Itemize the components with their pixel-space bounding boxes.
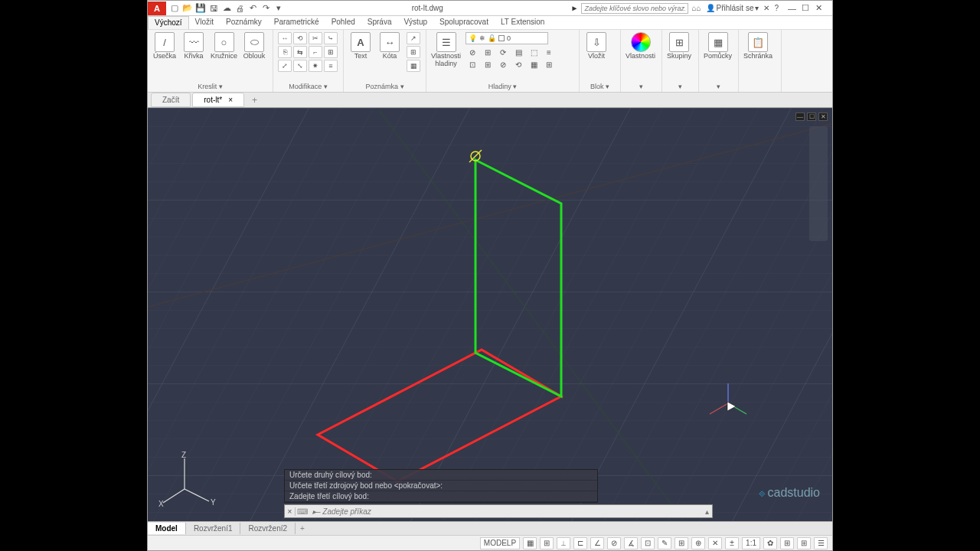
status-ortho-icon[interactable]: ⟂ xyxy=(557,537,570,549)
window-maximize-button[interactable]: ☐ xyxy=(802,3,814,13)
cmdline-recent-icon[interactable]: ▴ xyxy=(701,507,712,516)
qat-cloud-icon[interactable]: ☁ xyxy=(221,3,232,14)
offset-icon[interactable]: ≡ xyxy=(324,60,338,72)
panel-modify-title[interactable]: Modifikace ▾ xyxy=(278,81,338,92)
panel-draw-title[interactable]: Kreslit ▾ xyxy=(152,81,268,92)
mirror-icon[interactable]: ⇆ xyxy=(293,46,307,58)
infocenter-icon[interactable]: ⌂⌂ xyxy=(691,4,701,12)
array-icon[interactable]: ⊞ xyxy=(324,46,338,58)
signin-button[interactable]: 👤 Přihlásit se ▾ xyxy=(706,4,760,12)
ribbon-tab-output[interactable]: Výstup xyxy=(397,16,433,29)
layer-tool-icon[interactable]: ⬚ xyxy=(527,47,541,57)
copy-icon[interactable]: ⎘ xyxy=(278,46,292,58)
doc-tab-new-button[interactable]: + xyxy=(246,95,263,106)
ribbon-tab-home[interactable]: Výchozí xyxy=(148,16,189,29)
layer-tool-icon[interactable]: ▤ xyxy=(511,47,525,57)
scale-icon[interactable]: ⤡ xyxy=(293,60,307,72)
status-osnap-icon[interactable]: ⊘ xyxy=(607,537,621,549)
hatch-icon[interactable]: ▦ xyxy=(407,60,420,72)
line-button[interactable]: /Úsečka xyxy=(152,32,177,60)
status-customize-icon[interactable]: ☰ xyxy=(814,537,828,549)
circle-button[interactable]: ○Kružnice xyxy=(211,32,237,60)
qat-dropdown-icon[interactable]: ▾ xyxy=(273,3,284,14)
search-input[interactable] xyxy=(581,3,688,14)
layout-tab-2[interactable]: Rozvržení2 xyxy=(240,523,296,534)
status-grid-icon[interactable]: ▦ xyxy=(523,537,537,549)
fillet-icon[interactable]: ⌐ xyxy=(309,46,322,58)
ribbon-tab-view[interactable]: Pohled xyxy=(325,16,361,29)
status-units-icon[interactable]: ± xyxy=(725,537,739,549)
viewport-maximize-button[interactable]: ☐ xyxy=(807,112,816,121)
status-polar-icon[interactable]: ⊏ xyxy=(573,537,587,549)
layer-tool-icon[interactable]: ⊡ xyxy=(466,59,479,70)
layer-tool-icon[interactable]: ⊞ xyxy=(481,47,495,57)
exchange-icon[interactable]: ✕ xyxy=(763,4,769,12)
ribbon-tab-collab[interactable]: Spolupracovat xyxy=(433,16,495,29)
qat-new-icon[interactable]: ▢ xyxy=(169,3,180,14)
status-isodraft-icon[interactable]: ∠ xyxy=(590,537,604,549)
status-ui-lock-icon[interactable]: ⊞ xyxy=(780,537,794,549)
qat-plot-icon[interactable]: 🖨 xyxy=(234,3,245,14)
doc-tab-close-icon[interactable]: × xyxy=(228,96,233,104)
status-snap-icon[interactable]: ⊞ xyxy=(540,537,554,549)
layer-tool-icon[interactable]: ▦ xyxy=(527,59,541,70)
status-lwt-icon[interactable]: ⊡ xyxy=(641,537,655,549)
status-qprops-icon[interactable]: ✕ xyxy=(708,537,722,549)
text-button[interactable]: AText xyxy=(348,32,373,60)
panel-groups-title[interactable]: ▾ xyxy=(667,81,694,92)
qat-saveas-icon[interactable]: 🖫 xyxy=(208,3,219,14)
status-cycling-icon[interactable]: ⊞ xyxy=(675,537,688,549)
trim-icon[interactable]: ✂ xyxy=(309,32,322,44)
panel-anno-title[interactable]: Poznámka ▾ xyxy=(348,81,421,92)
cmdline-customize-icon[interactable]: ⌨ xyxy=(296,507,309,516)
qat-redo-icon[interactable]: ↷ xyxy=(260,3,271,14)
cmdline-close-icon[interactable]: × xyxy=(285,507,296,516)
groups-button[interactable]: ⊞Skupiny xyxy=(667,32,691,60)
doc-tab-start[interactable]: Začít xyxy=(151,93,191,107)
status-workspace-icon[interactable]: ✿ xyxy=(763,537,777,549)
layout-tab-model[interactable]: Model xyxy=(148,523,186,534)
cmdline-prompt[interactable]: ▸– Zadejte příkaz xyxy=(309,507,701,516)
extend-icon[interactable]: ⤷ xyxy=(324,32,338,44)
help-icon[interactable]: ? xyxy=(774,4,779,12)
qat-undo-icon[interactable]: ↶ xyxy=(247,3,258,14)
ribbon-tab-manage[interactable]: Správa xyxy=(361,16,398,29)
ribbon-tab-annotate[interactable]: Poznámky xyxy=(220,16,268,29)
qat-open-icon[interactable]: 📂 xyxy=(182,3,193,14)
insert-block-button[interactable]: ⇩Vložit xyxy=(584,32,609,60)
status-otrack-icon[interactable]: ∡ xyxy=(624,537,638,549)
layer-tool-icon[interactable]: ≡ xyxy=(542,47,556,57)
qat-save-icon[interactable]: 💾 xyxy=(195,3,206,14)
app-menu-button[interactable]: A xyxy=(148,2,166,15)
arc-button[interactable]: ⬭Oblouk xyxy=(242,32,266,60)
layout-tab-1[interactable]: Rozvržení1 xyxy=(186,523,241,534)
layer-props-button[interactable]: ☰Vlastnosti hladiny xyxy=(431,32,461,68)
doc-tab-current[interactable]: rot-lt*× xyxy=(192,93,244,107)
layout-tab-add-button[interactable]: + xyxy=(296,524,309,533)
drawing-canvas[interactable]: Z X Y — ☐ ✕ Určete druhý cílový bod: Urč… xyxy=(148,108,832,521)
ribbon-tab-parametric[interactable]: Parametrické xyxy=(268,16,325,29)
layer-dropdown[interactable]: 💡❄🔓0 xyxy=(466,32,548,44)
panel-clip-title[interactable] xyxy=(743,89,776,92)
status-isolate-icon[interactable]: ⊞ xyxy=(797,537,811,549)
table-icon[interactable]: ⊞ xyxy=(407,46,420,58)
layer-tool-icon[interactable]: ⊞ xyxy=(481,59,495,70)
viewport-close-button[interactable]: ✕ xyxy=(818,112,828,121)
panel-block-title[interactable]: Blok ▾ xyxy=(584,81,616,92)
viewport-minimize-button[interactable]: — xyxy=(795,112,805,121)
properties-button[interactable]: Vlastnosti xyxy=(626,32,655,60)
utilities-button[interactable]: ▦Pomůcky xyxy=(704,32,732,60)
layer-tool-icon[interactable]: ⊞ xyxy=(542,59,556,70)
clipboard-button[interactable]: 📋Schránka xyxy=(743,32,773,60)
stretch-icon[interactable]: ⤢ xyxy=(278,60,292,72)
layer-tool-icon[interactable]: ⟳ xyxy=(496,47,510,57)
rotate-icon[interactable]: ⟲ xyxy=(293,32,307,44)
leader-icon[interactable]: ↗ xyxy=(407,32,420,44)
status-annoscale-button[interactable]: 1:1 xyxy=(742,537,760,549)
ribbon-tab-ltext[interactable]: LT Extension xyxy=(495,16,550,29)
layer-tool-icon[interactable]: ⊘ xyxy=(466,47,479,57)
dimension-button[interactable]: ↔Kóta xyxy=(377,32,402,60)
move-icon[interactable]: ↔ xyxy=(278,32,292,44)
layer-tool-icon[interactable]: ⟲ xyxy=(511,59,525,70)
status-space-button[interactable]: MODELP xyxy=(480,537,520,549)
